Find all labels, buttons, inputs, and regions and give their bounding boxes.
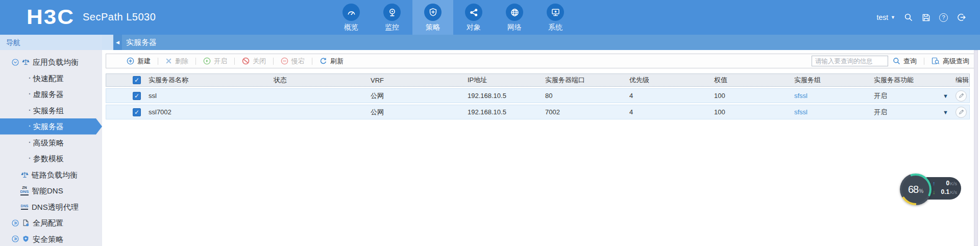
column-header-vrf[interactable]: VRF — [371, 77, 468, 84]
product-name: SecPath L5030 — [83, 11, 156, 23]
sidebar-item-global-config[interactable]: 全局配置 — [0, 215, 102, 231]
top-nav: 概览 监控 策略 — [331, 0, 576, 35]
nav-item-overview[interactable]: 概览 — [331, 0, 372, 35]
app-root: H3C SecPath L5030 概览 监控 — [0, 0, 980, 246]
edit-button[interactable] — [955, 107, 967, 118]
close-button[interactable]: 关闭 — [242, 57, 266, 66]
function-dropdown-icon[interactable]: ▼ — [943, 93, 948, 99]
sidebar-item-label: DNS透明代理 — [32, 199, 79, 215]
enable-button[interactable]: 开启 — [203, 57, 227, 66]
topbar: H3C SecPath L5030 概览 监控 — [0, 0, 980, 35]
edit-button[interactable] — [955, 90, 967, 102]
cell-ip: 192.168.10.5 — [468, 92, 545, 100]
column-header-name[interactable]: 实服务器名称 — [149, 76, 274, 85]
nav-item-network[interactable]: 网络 — [494, 0, 535, 35]
delete-button[interactable]: 删除 — [165, 57, 188, 66]
slowdown-button[interactable]: 慢宕 — [281, 57, 305, 66]
ban-icon — [242, 57, 250, 65]
bullet-icon: · — [29, 135, 31, 151]
objects-share-icon — [465, 4, 482, 21]
column-header-weight[interactable]: 权值 — [714, 76, 794, 85]
sidebar-item-advanced-policy[interactable]: · 高级策略 — [0, 135, 102, 151]
nav-item-monitor[interactable]: 监控 — [372, 0, 412, 35]
sidebar-item-virtual-server[interactable]: · 虚服务器 — [0, 86, 102, 103]
nav-item-label: 概览 — [344, 23, 358, 32]
cell-weight: 100 — [714, 92, 794, 100]
column-header-edit: 编辑 — [955, 76, 970, 85]
column-header-priority[interactable]: 优先级 — [629, 76, 714, 85]
username: test — [877, 13, 889, 21]
cpu-gauge-value: 68 % — [902, 176, 929, 203]
performance-gauge-widget[interactable]: ↑ 0 K/s ↓ 0.1 K/s 68 % — [900, 174, 968, 205]
sidebar-item-label: 全局配置 — [33, 215, 63, 231]
search-input[interactable] — [812, 56, 888, 66]
search-icon — [893, 57, 900, 65]
real-server-table: ✓ 实服务器名称 状态 VRF IP地址 实服务器端口 优先级 权值 实服务组 … — [106, 73, 970, 119]
sidebar-item-real-server[interactable]: · 实服务器 — [0, 118, 102, 135]
cell-name: ssl — [149, 92, 274, 100]
column-header-group[interactable]: 实服务组 — [794, 76, 874, 85]
column-header-status[interactable]: 状态 — [274, 76, 371, 85]
new-button[interactable]: 新建 — [127, 57, 151, 66]
cell-vrf: 公网 — [371, 91, 468, 101]
sidebar-item-real-server-group[interactable]: · 实服务组 — [0, 103, 102, 119]
advanced-query-button[interactable]: 高级查询 — [932, 57, 969, 66]
cell-ip: 192.168.10.5 — [468, 108, 545, 116]
advanced-search-icon — [932, 57, 940, 65]
nav-item-label: 监控 — [385, 23, 399, 32]
sidebar-item-label: 虚服务器 — [33, 86, 64, 103]
document-icon — [21, 219, 30, 227]
nav-item-objects[interactable]: 对象 — [453, 0, 494, 35]
plus-circle-icon — [127, 57, 134, 65]
row-checkbox[interactable]: ✓ — [133, 108, 141, 116]
sidebar-item-security-policy[interactable]: 安全策略 — [0, 231, 102, 246]
network-globe-icon — [506, 4, 523, 21]
function-dropdown-icon[interactable]: ▼ — [943, 109, 948, 115]
refresh-button[interactable]: 刷新 — [320, 57, 344, 66]
search-icon[interactable] — [904, 13, 913, 22]
save-icon[interactable] — [922, 13, 930, 22]
sidebar-item-smart-dns[interactable]: ZNDNS 智能DNS — [0, 183, 102, 199]
query-button[interactable]: 查询 — [893, 57, 917, 66]
sidebar-item-link-load-balance[interactable]: 链路负载均衡 — [0, 167, 102, 183]
toolbar-separator — [273, 58, 274, 65]
column-header-function[interactable]: 实服务器功能 — [874, 76, 955, 85]
sidebar-item-dns-proxy[interactable]: DNS DNS透明代理 — [0, 199, 102, 215]
nav-item-policy[interactable]: 策略 — [412, 0, 453, 35]
toolbar-separator — [234, 58, 235, 65]
h3c-logo: H3C — [27, 5, 75, 29]
user-menu[interactable]: test ▼ — [877, 13, 896, 21]
sidebar-item-label: 高级策略 — [33, 135, 64, 151]
help-icon[interactable]: ? — [939, 13, 948, 22]
policy-shield-icon — [424, 4, 442, 21]
sidebar-item-quick-config[interactable]: · 快速配置 — [0, 70, 102, 87]
topbar-controls: test ▼ ? — [877, 0, 966, 35]
nav-item-system[interactable]: 系统 — [535, 0, 576, 35]
sidebar: 导航 应用负载均衡 · 快速配置 — [0, 35, 102, 246]
breadcrumb-spacer — [102, 35, 113, 50]
collapse-sidebar-button[interactable]: ◀ — [113, 35, 122, 50]
column-header-port[interactable]: 实服务器端口 — [545, 76, 629, 85]
cell-priority: 4 — [629, 108, 714, 116]
play-circle-icon — [203, 57, 211, 65]
system-icon — [547, 4, 564, 21]
cell-function: 开启 ▼ — [874, 91, 955, 101]
table-row: ✓ ssl7002 公网 192.168.10.5 7002 4 100 sfs… — [106, 105, 970, 119]
sidebar-item-label: 快速配置 — [33, 70, 64, 87]
dns-proxy-icon: DNS — [20, 204, 29, 210]
sidebar-item-app-load-balance[interactable]: 应用负载均衡 — [0, 54, 102, 70]
cell-status — [274, 108, 371, 116]
group-link[interactable]: sfssl — [794, 92, 807, 100]
column-header-ip[interactable]: IP地址 — [468, 76, 545, 85]
group-link[interactable]: sfssl — [794, 108, 807, 116]
select-all-checkbox[interactable]: ✓ — [133, 76, 141, 84]
chevron-circle-down-icon — [11, 59, 19, 66]
sidebar-item-parameter-template[interactable]: · 参数模板 — [0, 151, 102, 167]
scrollbar-track[interactable] — [974, 50, 978, 246]
nav-item-label: 策略 — [426, 23, 440, 32]
download-rate: ↓ 0.1 K/s — [933, 188, 961, 197]
logout-icon[interactable] — [957, 13, 966, 22]
row-checkbox[interactable]: ✓ — [133, 92, 141, 100]
bullet-icon: · — [29, 151, 31, 167]
bullet-icon: · — [29, 70, 31, 87]
